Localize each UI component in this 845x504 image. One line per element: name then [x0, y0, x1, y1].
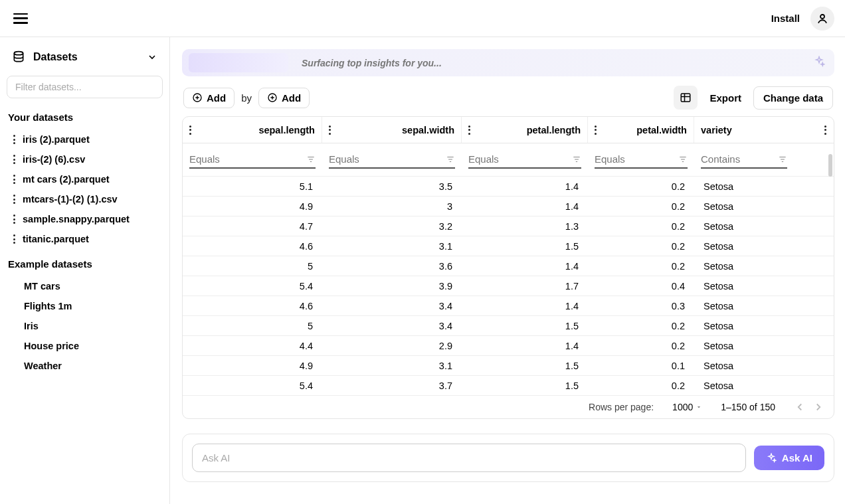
svg-point-1 [14, 52, 23, 55]
your-datasets-label: Your datasets [7, 108, 163, 124]
table-row[interactable]: 53.41.50.2Setosa [183, 316, 834, 336]
column-menu-icon[interactable] [468, 126, 471, 135]
dataset-item[interactable]: titanic.parquet [7, 229, 163, 249]
next-page-icon[interactable] [812, 401, 824, 413]
column-menu-icon[interactable] [189, 126, 192, 135]
table-view-toggle[interactable] [674, 86, 698, 110]
cell: 5.4 [183, 281, 322, 292]
chevron-down-icon [147, 52, 157, 62]
column-header-variety[interactable]: variety [694, 117, 834, 143]
plus-circle-icon [267, 92, 278, 103]
install-link[interactable]: Install [771, 13, 800, 24]
table-row[interactable]: 5.13.51.40.2Setosa [183, 177, 834, 197]
cell: 1.4 [462, 201, 588, 212]
column-header-petal-length[interactable]: petal.length [462, 117, 588, 143]
add-measure-button[interactable]: Add [183, 88, 235, 108]
cell: 1.5 [462, 380, 588, 391]
ask-ai-input[interactable] [192, 444, 746, 472]
cell: 4.9 [183, 361, 322, 371]
cell: 0.2 [588, 201, 694, 212]
cell: 1.7 [462, 281, 588, 292]
table-row[interactable]: 53.61.40.2Setosa [183, 256, 834, 276]
filter-icon [678, 155, 688, 164]
filter-variety[interactable]: Contains [701, 151, 787, 169]
cell: 4.4 [183, 341, 322, 351]
table-row[interactable]: 5.43.91.70.4Setosa [183, 276, 834, 296]
cell: 1.5 [462, 241, 588, 252]
cell: 5 [183, 321, 322, 331]
filter-petal-length[interactable]: Equals [468, 151, 581, 169]
cell: Setosa [694, 361, 834, 371]
cell: 3.4 [322, 301, 462, 311]
example-dataset-item[interactable]: House price [7, 336, 163, 356]
column-header-sepal-width[interactable]: sepal.width [322, 117, 462, 143]
dataset-name: House price [24, 341, 79, 351]
shimmer [189, 53, 288, 72]
database-icon [12, 50, 25, 64]
filter-petal-width[interactable]: Equals [595, 151, 688, 169]
dropdown-icon [696, 404, 702, 410]
cell: Setosa [694, 201, 834, 212]
item-menu-icon[interactable] [13, 135, 16, 144]
table-row[interactable]: 5.43.71.50.2Setosa [183, 376, 834, 396]
dataset-item[interactable]: iris (2).parquet [7, 129, 163, 149]
example-dataset-item[interactable]: Weather [7, 356, 163, 376]
plus-circle-icon [192, 92, 203, 103]
table-row[interactable]: 4.42.91.40.2Setosa [183, 336, 834, 356]
dataset-item[interactable]: mt cars (2).parquet [7, 169, 163, 189]
ask-ai-panel: Ask AI [182, 434, 834, 482]
table-row[interactable]: 4.63.41.40.3Setosa [183, 296, 834, 316]
cell: Setosa [694, 380, 834, 391]
item-menu-icon[interactable] [13, 234, 16, 244]
cell: 3 [322, 201, 462, 212]
change-data-button[interactable]: Change data [753, 86, 833, 110]
filter-sepal-width[interactable]: Equals [329, 151, 455, 169]
item-menu-icon[interactable] [13, 155, 16, 164]
cell: 0.1 [588, 361, 694, 371]
cell: Setosa [694, 181, 834, 192]
rows-per-page-select[interactable]: 1000 [672, 402, 702, 412]
prev-page-icon[interactable] [794, 401, 806, 413]
column-menu-icon[interactable] [329, 126, 331, 135]
dataset-name: Flights 1m [24, 301, 72, 311]
table-row[interactable]: 4.63.11.50.2Setosa [183, 236, 834, 256]
dataset-item[interactable]: mtcars-(1)-(2) (1).csv [7, 189, 163, 209]
add-dimension-button[interactable]: Add [258, 88, 310, 108]
export-button[interactable]: Export [707, 88, 744, 108]
table-row[interactable]: 4.93.11.50.1Setosa [183, 356, 834, 376]
dataset-name: Weather [24, 361, 62, 371]
column-header-petal-width[interactable]: petal.width [588, 117, 694, 143]
insight-banner: Surfacing top insights for you... [182, 49, 834, 76]
table-row[interactable]: 4.73.21.30.2Setosa [183, 216, 834, 236]
cell: 5.1 [183, 181, 322, 192]
column-menu-icon[interactable] [595, 126, 597, 135]
ask-ai-button[interactable]: Ask AI [754, 446, 824, 470]
cell: 1.5 [462, 321, 588, 331]
dataset-item[interactable]: sample.snappy.parquet [7, 209, 163, 229]
filter-datasets-input[interactable] [7, 76, 163, 98]
sparkle-icon [766, 453, 777, 463]
filter-icon [306, 155, 316, 164]
example-dataset-item[interactable]: MT cars [7, 276, 163, 296]
cell: Setosa [694, 261, 834, 272]
avatar[interactable] [810, 7, 834, 31]
example-dataset-item[interactable]: Iris [7, 316, 163, 336]
dataset-item[interactable]: iris-(2) (6).csv [7, 149, 163, 169]
example-dataset-item[interactable]: Flights 1m [7, 296, 163, 316]
table-row[interactable]: 4.931.40.2Setosa [183, 197, 834, 216]
item-menu-icon[interactable] [13, 175, 16, 184]
dataset-name: Iris [24, 321, 39, 331]
menu-icon[interactable] [13, 13, 28, 24]
item-menu-icon[interactable] [13, 195, 16, 204]
dataset-name: MT cars [24, 281, 60, 292]
item-menu-icon[interactable] [13, 214, 16, 224]
datasets-section-header[interactable]: Datasets [7, 46, 163, 68]
cell: Setosa [694, 341, 834, 351]
dataset-name: mtcars-(1)-(2) (1).csv [23, 194, 118, 205]
column-header-sepal-length[interactable]: sepal.length [183, 117, 322, 143]
column-menu-icon[interactable] [824, 126, 827, 135]
cell: 3.9 [322, 281, 462, 292]
cell: 3.4 [322, 321, 462, 331]
scrollbar-thumb[interactable] [828, 154, 832, 177]
filter-sepal-length[interactable]: Equals [189, 151, 316, 169]
